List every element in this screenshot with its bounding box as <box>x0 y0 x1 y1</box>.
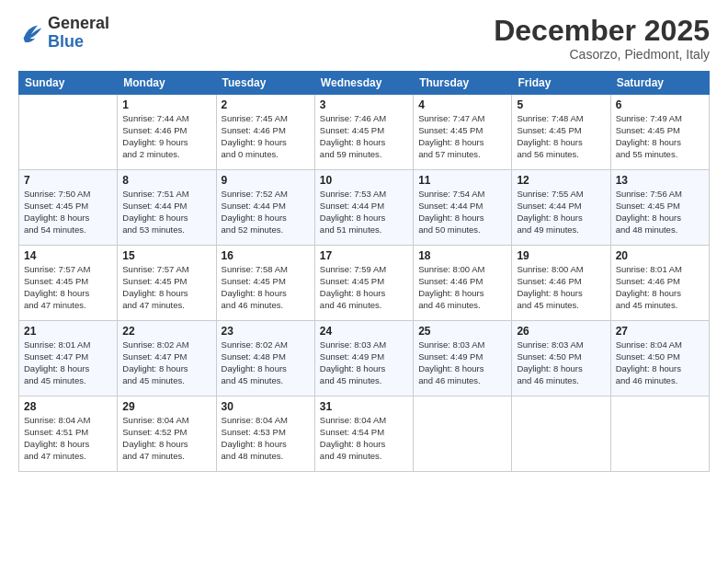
logo-general-text: General <box>48 14 109 32</box>
day-number: 28 <box>24 400 112 413</box>
day-info: Sunrise: 7:54 AMSunset: 4:44 PMDaylight:… <box>418 189 506 236</box>
calendar-table: SundayMondayTuesdayWednesdayThursdayFrid… <box>18 71 710 472</box>
day-number: 10 <box>320 174 408 187</box>
day-info: Sunrise: 8:04 AMSunset: 4:52 PMDaylight:… <box>122 415 210 462</box>
day-info: Sunrise: 7:49 AMSunset: 4:45 PMDaylight:… <box>616 113 704 160</box>
calendar-cell: 10Sunrise: 7:53 AMSunset: 4:44 PMDayligh… <box>314 170 413 246</box>
day-number: 30 <box>222 400 310 413</box>
calendar-week-row: 14Sunrise: 7:57 AMSunset: 4:45 PMDayligh… <box>19 246 710 321</box>
weekday-wednesday: Wednesday <box>314 72 413 95</box>
calendar-cell: 8Sunrise: 7:51 AMSunset: 4:44 PMDaylight… <box>118 170 216 246</box>
day-number: 21 <box>24 325 112 338</box>
logo-icon <box>18 20 44 46</box>
day-info: Sunrise: 7:50 AMSunset: 4:45 PMDaylight:… <box>24 189 112 236</box>
day-info: Sunrise: 8:02 AMSunset: 4:48 PMDaylight:… <box>222 339 310 386</box>
day-number: 24 <box>320 325 408 338</box>
calendar-cell: 28Sunrise: 8:04 AMSunset: 4:51 PMDayligh… <box>19 396 118 472</box>
weekday-header-row: SundayMondayTuesdayWednesdayThursdayFrid… <box>19 72 710 95</box>
day-number: 17 <box>320 249 408 262</box>
day-info: Sunrise: 8:03 AMSunset: 4:49 PMDaylight:… <box>320 339 408 386</box>
day-number: 27 <box>616 325 704 338</box>
day-number: 2 <box>222 98 310 111</box>
day-info: Sunrise: 7:55 AMSunset: 4:44 PMDaylight:… <box>517 189 605 236</box>
calendar-cell: 22Sunrise: 8:02 AMSunset: 4:47 PMDayligh… <box>118 321 216 396</box>
logo-blue-text: Blue <box>48 32 84 51</box>
day-number: 19 <box>517 249 605 262</box>
calendar-week-row: 7Sunrise: 7:50 AMSunset: 4:45 PMDaylight… <box>19 170 710 246</box>
weekday-monday: Monday <box>118 72 216 95</box>
calendar-cell: 21Sunrise: 8:01 AMSunset: 4:47 PMDayligh… <box>19 321 118 396</box>
day-info: Sunrise: 8:01 AMSunset: 4:46 PMDaylight:… <box>616 264 704 311</box>
calendar-cell: 3Sunrise: 7:46 AMSunset: 4:45 PMDaylight… <box>314 95 413 170</box>
day-info: Sunrise: 8:04 AMSunset: 4:51 PMDaylight:… <box>24 415 112 462</box>
calendar-cell: 1Sunrise: 7:44 AMSunset: 4:46 PMDaylight… <box>118 95 216 170</box>
calendar-cell <box>512 396 610 472</box>
day-number: 1 <box>122 98 210 111</box>
calendar-cell: 14Sunrise: 7:57 AMSunset: 4:45 PMDayligh… <box>19 246 118 321</box>
day-info: Sunrise: 8:03 AMSunset: 4:49 PMDaylight:… <box>418 339 506 386</box>
day-number: 8 <box>122 174 210 187</box>
day-number: 14 <box>24 249 112 262</box>
day-number: 11 <box>418 174 506 187</box>
calendar-cell: 20Sunrise: 8:01 AMSunset: 4:46 PMDayligh… <box>610 246 709 321</box>
calendar-cell: 18Sunrise: 8:00 AMSunset: 4:46 PMDayligh… <box>414 246 512 321</box>
day-info: Sunrise: 7:48 AMSunset: 4:45 PMDaylight:… <box>517 113 605 160</box>
day-number: 5 <box>517 98 605 111</box>
calendar-cell <box>19 95 118 170</box>
day-info: Sunrise: 8:01 AMSunset: 4:47 PMDaylight:… <box>24 339 112 386</box>
calendar-cell: 23Sunrise: 8:02 AMSunset: 4:48 PMDayligh… <box>216 321 314 396</box>
calendar-cell: 31Sunrise: 8:04 AMSunset: 4:54 PMDayligh… <box>314 396 413 472</box>
day-number: 31 <box>320 400 408 413</box>
day-info: Sunrise: 8:02 AMSunset: 4:47 PMDaylight:… <box>122 339 210 386</box>
month-title: December 2025 <box>494 15 710 47</box>
calendar-week-row: 28Sunrise: 8:04 AMSunset: 4:51 PMDayligh… <box>19 396 710 472</box>
day-info: Sunrise: 7:51 AMSunset: 4:44 PMDaylight:… <box>122 189 210 236</box>
calendar-cell <box>610 396 709 472</box>
day-number: 20 <box>616 249 704 262</box>
calendar-week-row: 1Sunrise: 7:44 AMSunset: 4:46 PMDaylight… <box>19 95 710 170</box>
calendar-cell: 5Sunrise: 7:48 AMSunset: 4:45 PMDaylight… <box>512 95 610 170</box>
day-info: Sunrise: 7:44 AMSunset: 4:46 PMDaylight:… <box>122 113 210 160</box>
day-info: Sunrise: 7:46 AMSunset: 4:45 PMDaylight:… <box>320 113 408 160</box>
calendar-cell: 13Sunrise: 7:56 AMSunset: 4:45 PMDayligh… <box>610 170 709 246</box>
day-info: Sunrise: 7:58 AMSunset: 4:45 PMDaylight:… <box>222 264 310 311</box>
calendar-page: General Blue December 2025 Casorzo, Pied… <box>0 0 728 563</box>
logo: General Blue <box>18 15 109 52</box>
day-number: 23 <box>222 325 310 338</box>
day-number: 22 <box>122 325 210 338</box>
day-info: Sunrise: 8:00 AMSunset: 4:46 PMDaylight:… <box>517 264 605 311</box>
calendar-cell: 24Sunrise: 8:03 AMSunset: 4:49 PMDayligh… <box>314 321 413 396</box>
day-number: 6 <box>616 98 704 111</box>
day-number: 7 <box>24 174 112 187</box>
calendar-cell: 27Sunrise: 8:04 AMSunset: 4:50 PMDayligh… <box>610 321 709 396</box>
location-subtitle: Casorzo, Piedmont, Italy <box>494 47 710 62</box>
day-info: Sunrise: 8:04 AMSunset: 4:53 PMDaylight:… <box>222 415 310 462</box>
day-number: 16 <box>222 249 310 262</box>
calendar-week-row: 21Sunrise: 8:01 AMSunset: 4:47 PMDayligh… <box>19 321 710 396</box>
day-info: Sunrise: 7:56 AMSunset: 4:45 PMDaylight:… <box>616 189 704 236</box>
calendar-cell: 30Sunrise: 8:04 AMSunset: 4:53 PMDayligh… <box>216 396 314 472</box>
day-info: Sunrise: 8:04 AMSunset: 4:54 PMDaylight:… <box>320 415 408 462</box>
day-number: 13 <box>616 174 704 187</box>
day-number: 12 <box>517 174 605 187</box>
page-header: General Blue December 2025 Casorzo, Pied… <box>18 15 710 62</box>
calendar-cell: 16Sunrise: 7:58 AMSunset: 4:45 PMDayligh… <box>216 246 314 321</box>
weekday-friday: Friday <box>512 72 610 95</box>
day-info: Sunrise: 7:52 AMSunset: 4:44 PMDaylight:… <box>222 189 310 236</box>
day-info: Sunrise: 8:00 AMSunset: 4:46 PMDaylight:… <box>418 264 506 311</box>
day-info: Sunrise: 7:53 AMSunset: 4:44 PMDaylight:… <box>320 189 408 236</box>
day-number: 15 <box>122 249 210 262</box>
calendar-cell: 6Sunrise: 7:49 AMSunset: 4:45 PMDaylight… <box>610 95 709 170</box>
weekday-saturday: Saturday <box>610 72 709 95</box>
calendar-cell: 2Sunrise: 7:45 AMSunset: 4:46 PMDaylight… <box>216 95 314 170</box>
day-number: 3 <box>320 98 408 111</box>
calendar-cell: 15Sunrise: 7:57 AMSunset: 4:45 PMDayligh… <box>118 246 216 321</box>
calendar-cell: 9Sunrise: 7:52 AMSunset: 4:44 PMDaylight… <box>216 170 314 246</box>
day-number: 25 <box>418 325 506 338</box>
calendar-cell: 26Sunrise: 8:03 AMSunset: 4:50 PMDayligh… <box>512 321 610 396</box>
calendar-cell: 29Sunrise: 8:04 AMSunset: 4:52 PMDayligh… <box>118 396 216 472</box>
day-number: 18 <box>418 249 506 262</box>
weekday-tuesday: Tuesday <box>216 72 314 95</box>
calendar-cell <box>414 396 512 472</box>
title-block: December 2025 Casorzo, Piedmont, Italy <box>494 15 710 62</box>
